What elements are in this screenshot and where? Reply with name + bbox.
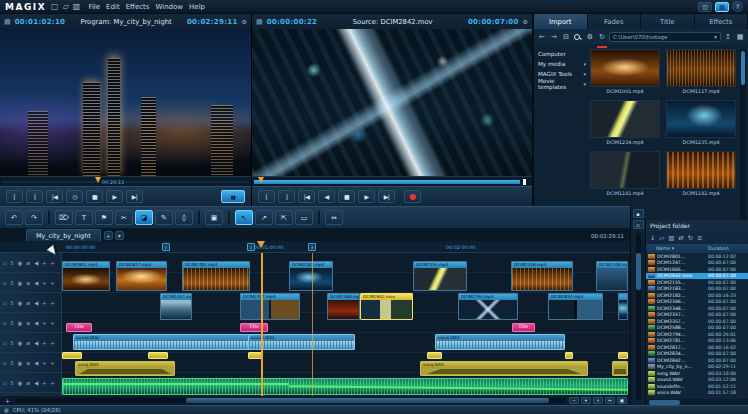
timeline-clip[interactable]: Title [240,323,268,332]
track-content-area[interactable]: DCIM2801.mp4 DCIM2817.mp4 DCIM2781.mp4 D… [62,253,630,396]
browser-tool-icon[interactable]: ⚙ [586,33,594,41]
timeline-clip[interactable] [612,361,628,376]
browser-scrollbar[interactable] [740,49,746,220]
source-scrub-thumb[interactable] [523,179,526,185]
toolbar-button[interactable]: ◊ [175,210,193,225]
vstrip-button[interactable]: ▪ [633,209,644,218]
timeline-clip[interactable] [248,352,262,359]
zoom-button[interactable]: − [569,397,579,404]
timeline-clip[interactable]: DCIM2801.mp4 [62,261,110,291]
table-row[interactable]: DCIM2817... 00:00:16:02 [646,344,748,351]
timeline-ruler[interactable]: 00:00:00:0000:01:00:0000:02:00:00 123 [0,241,630,253]
toolbar-button[interactable] [48,211,50,224]
track-header[interactable]: ▫ S ◉ ≡ ◀ + + [0,273,61,293]
timeline-clip[interactable]: DCIM2357.mp4 [240,293,300,320]
hscroll-thumb[interactable] [186,398,550,403]
project-tool-icon[interactable]: ↻ [688,234,693,242]
project-tool-icon[interactable]: ⇄ [678,234,683,242]
table-row[interactable]: DCIM2842.mov 00:00:07:00 [646,273,748,280]
transport-button[interactable]: ] [278,190,295,203]
gear-icon[interactable]: ⚙ [242,18,247,25]
toolbar-button[interactable]: T [75,210,93,225]
timeline-clip[interactable]: DCIM2842.mov [360,293,413,320]
table-row[interactable]: DCIM2357... 00:00:07:00 [646,312,748,319]
timeline-clip[interactable]: DCIM1247.mp4 [160,293,192,320]
menu-item[interactable]: Effects [123,3,153,11]
timeline-clip[interactable] [427,352,442,359]
timeline-clip[interactable]: song.WAV [420,361,588,376]
pause-button[interactable]: ▮▮ [221,190,245,203]
zoom-button[interactable]: ▾ [581,397,591,404]
playhead-line[interactable] [261,253,263,396]
table-row[interactable]: sound.WAV 00:03:12:06 [646,377,748,384]
table-row[interactable]: DCIM2794... 00:00:26:01 [646,331,748,338]
workspace-button[interactable]: ▨ [715,2,729,12]
timeline-clip[interactable]: sound.WAV [73,334,250,350]
transport-button[interactable]: ▶| [126,190,143,203]
media-thumbnail[interactable]: DCIM1117.mp4 [666,49,736,95]
toolbar-button[interactable]: ▣ [205,210,223,225]
chapter-marker[interactable]: 2 [247,243,255,251]
project-tool-icon[interactable]: ≡ [697,234,702,242]
source-scrub-bar[interactable] [252,176,532,186]
table-row[interactable]: DCIM1605... 00:00:07:00 [646,266,748,273]
timeline-clip[interactable]: voice.WAV [435,334,565,350]
table-row[interactable]: DCIM2801... 00:00:12:02 [646,253,748,260]
timeline-clip[interactable]: sound.WAV [248,334,355,350]
transport-button[interactable]: ▶ [358,190,375,203]
hscroll-track[interactable] [15,398,566,403]
transport-button[interactable]: |◀ [298,190,315,203]
media-thumbnail[interactable]: DCIM1181.mp4 [590,151,660,197]
browser-tool-icon[interactable]: ← [538,33,546,41]
source-playhead-marker[interactable] [258,177,264,183]
timeline-clip[interactable]: DCIM2834.mp4 [548,293,603,320]
toolbar-button[interactable]: ◪ [135,210,153,225]
track-header[interactable]: ▫ S ◉ ≡ ◀ + + [0,333,61,353]
toolbar-button[interactable]: ↷ [25,210,43,225]
document-icon[interactable]: ▢ [51,2,59,12]
chapter-marker[interactable]: 1 [162,243,170,251]
browser-view-icon[interactable]: ↥ [724,33,732,41]
toolbar-button[interactable]: ↶ [5,210,23,225]
track-control-icons[interactable]: ▫ S ◉ ≡ ◀ + + [3,360,56,366]
table-row[interactable]: My_city_by_n... 00:02:29:11 [646,364,748,371]
transport-button[interactable]: ◷ [66,190,83,203]
table-row[interactable]: DCIM2781... 00:00:13:06 [646,338,748,345]
timeline-clip[interactable]: DCIM2817.mp4 [116,261,167,291]
toolbar-button[interactable]: ⌦ [55,210,73,225]
timeline-clip[interactable]: DCIM2794.mp4 [458,293,518,320]
toolbar-button[interactable] [228,211,230,224]
chapter-marker[interactable]: 3 [308,243,316,251]
timeline-clip[interactable] [62,378,628,395]
zoom-button[interactable]: + [593,397,603,404]
chevron-down-icon[interactable]: ▾ [714,34,717,40]
project-tool-icon[interactable]: ▥ [668,234,674,242]
timeline-clip[interactable]: DCIM2346.mp4 [511,261,573,291]
path-field[interactable]: C:\User\070\footage ▾ [609,32,721,42]
source-video-frame[interactable] [252,29,532,176]
toolbar-button[interactable]: ▭ [295,210,313,225]
track-header[interactable]: ▫ S ◉ ≡ ◀ + + [0,313,61,333]
media-pool-tab[interactable]: Title [641,14,695,29]
transport-button[interactable]: |◀ [46,190,63,203]
table-row[interactable]: DCIM2155... 00:00:07:00 [646,279,748,286]
transport-button[interactable]: ▶ [106,190,123,203]
track-control-icons[interactable]: ▫ S ◉ ≡ ◀ + + [3,280,56,286]
menu-item[interactable]: File [85,3,103,11]
playhead-handle[interactable] [257,241,265,248]
table-row[interactable]: DCIM2842... 00:00:07:00 [646,357,748,364]
tree-item[interactable]: Computer [538,49,586,59]
toolbar-button[interactable] [198,211,200,224]
table-row[interactable]: DCIM2346... 00:00:07:00 [646,299,748,306]
table-row[interactable]: DCIM2348... 00:00:07:00 [646,305,748,312]
zoom-button[interactable]: ⇔ [605,397,615,404]
transport-button[interactable]: ■ [86,190,103,203]
toolbar-button[interactable]: ✎ [155,210,173,225]
transport-button[interactable]: [ [258,190,275,203]
table-row[interactable]: DCIM1247... 00:00:07:00 [646,260,748,267]
project-tool-icon[interactable]: ▱ [659,234,664,242]
toolbar-button[interactable]: ↖ [235,210,253,225]
timeline-clip[interactable] [618,352,628,359]
track-header[interactable]: ▫ S ◉ ≡ ◀ + + [0,293,61,313]
media-thumbnail[interactable]: DCIM1234.mp4 [590,100,660,146]
